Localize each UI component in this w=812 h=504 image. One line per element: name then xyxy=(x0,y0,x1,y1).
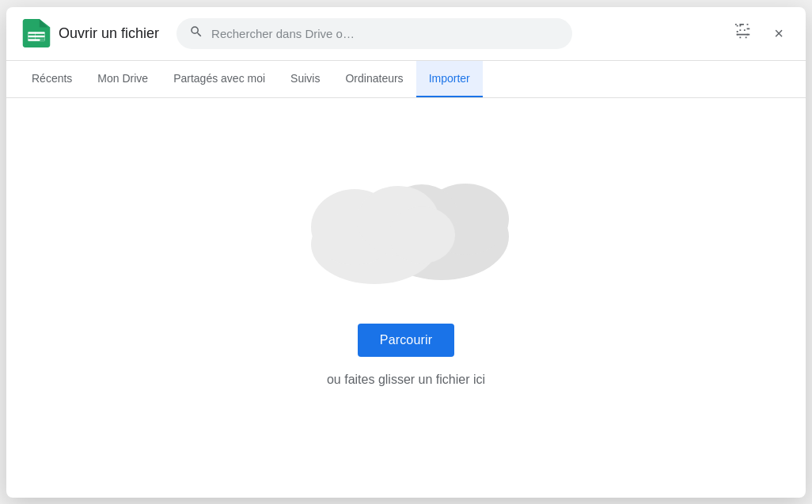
filter-icon[interactable] xyxy=(731,20,755,47)
drag-hint: ou faites glisser un fichier ici xyxy=(327,373,485,387)
svg-rect-3 xyxy=(28,40,40,41)
close-button[interactable]: × xyxy=(768,22,790,44)
title-group: Ouvrir un fichier xyxy=(22,19,159,47)
tabs-bar: Récents Mon Drive Partagés avec moi Suiv… xyxy=(6,61,806,98)
tab-partages[interactable]: Partagés avec moi xyxy=(161,61,278,97)
sheets-icon xyxy=(22,19,51,47)
cloud-illustration xyxy=(295,150,517,292)
header-right: × xyxy=(731,20,790,47)
dialog-body: Parcourir ou faites glisser un fichier i… xyxy=(6,98,806,438)
search-icon xyxy=(189,25,203,43)
open-file-dialog: Ouvrir un fichier Rechercher dans Drive … xyxy=(6,7,806,498)
tab-recents[interactable]: Récents xyxy=(19,61,85,97)
tab-ordinateurs[interactable]: Ordinateurs xyxy=(332,61,415,97)
dialog-title: Ouvrir un fichier xyxy=(59,25,159,42)
tab-mon-drive[interactable]: Mon Drive xyxy=(85,61,161,97)
svg-point-14 xyxy=(389,207,455,263)
svg-rect-2 xyxy=(28,36,45,37)
search-placeholder: Rechercher dans Drive o… xyxy=(211,27,355,40)
svg-rect-1 xyxy=(28,32,45,34)
search-bar[interactable]: Rechercher dans Drive o… xyxy=(176,18,572,49)
tab-suivis[interactable]: Suivis xyxy=(278,61,332,97)
tab-importer[interactable]: Importer xyxy=(416,61,483,97)
browse-button[interactable]: Parcourir xyxy=(358,324,454,357)
dialog-header: Ouvrir un fichier Rechercher dans Drive … xyxy=(6,7,806,61)
